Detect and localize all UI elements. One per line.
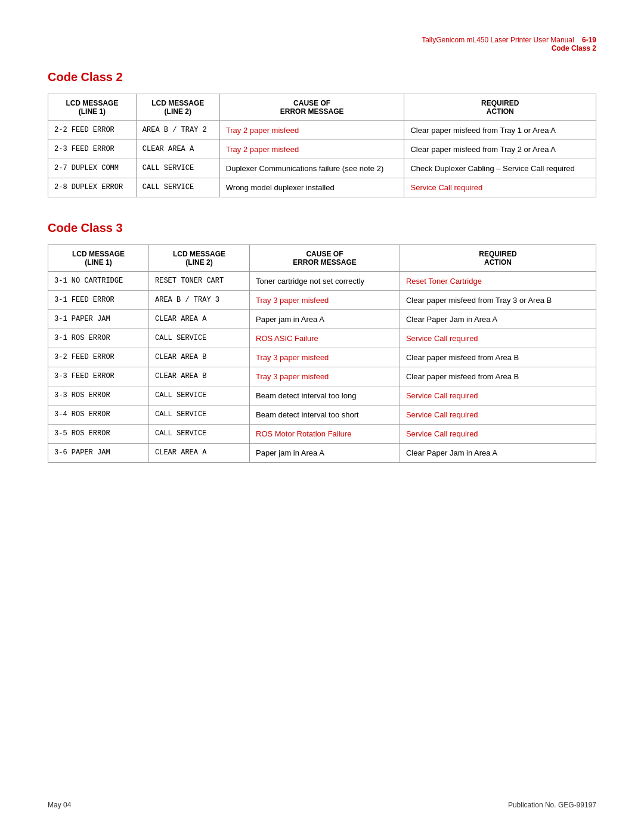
cause-cell: Beam detect interval too short (250, 405, 400, 425)
cause-cell: Beam detect interval too long (250, 386, 400, 405)
lcd1-cell: 3-6 PAPER JAM (48, 444, 149, 463)
action-cell: Clear paper misfeed from Tray 3 or Area … (400, 291, 596, 310)
lcd2-cell: CALL SERVICE (149, 386, 250, 405)
action-cell: Service Call required (400, 425, 596, 444)
cause-cell: Tray 3 paper misfeed (250, 348, 400, 367)
lcd1-cell: 3-3 FEED ERROR (48, 367, 149, 386)
table-row: 3-1 ROS ERROR CALL SERVICE ROS ASIC Fail… (48, 329, 596, 348)
cause-cell: Toner cartridge not set correctly (250, 272, 400, 291)
action-cell: Clear paper misfeed from Area B (400, 367, 596, 386)
lcd2-cell: CLEAR AREA B (149, 367, 250, 386)
cause-cell: ROS ASIC Failure (250, 329, 400, 348)
code-class-3-table: LCD MESSAGE(LINE 1) LCD MESSAGE(LINE 2) … (48, 244, 596, 463)
cause-cell: ROS Motor Rotation Failure (250, 425, 400, 444)
action-cell: Clear Paper Jam in Area A (400, 310, 596, 329)
page-container: TallyGenicom mL450 Laser Printer User Ma… (0, 0, 644, 522)
code-class-3-title: Code Class 3 (48, 221, 596, 235)
action-cell: Service Call required (400, 329, 596, 348)
cause-cell: Tray 2 paper misfeed (219, 140, 404, 159)
col-lcd1-header: LCD MESSAGE(LINE 1) (48, 245, 149, 272)
col-cause-header: CAUSE OFERROR MESSAGE (219, 94, 404, 121)
table-header-row: LCD MESSAGE(LINE 1) LCD MESSAGE(LINE 2) … (48, 245, 596, 272)
cause-cell: Wrong model duplexer installed (219, 178, 404, 197)
footer-left: May 04 (48, 801, 71, 809)
action-cell: Service Call required (400, 386, 596, 405)
lcd2-cell: AREA B / TRAY 2 (136, 121, 219, 140)
section-ref: Code Class 2 (552, 44, 596, 52)
lcd1-cell: 3-1 PAPER JAM (48, 310, 149, 329)
table-header-row: LCD MESSAGE(LINE 1) LCD MESSAGE(LINE 2) … (48, 94, 596, 121)
col-lcd2-header: LCD MESSAGE(LINE 2) (149, 245, 250, 272)
lcd2-cell: CLEAR AREA B (149, 348, 250, 367)
lcd2-cell: AREA B / TRAY 3 (149, 291, 250, 310)
footer-right: Publication No. GEG-99197 (508, 801, 596, 809)
table-row: 3-2 FEED ERROR CLEAR AREA B Tray 3 paper… (48, 348, 596, 367)
lcd2-cell: CLEAR AREA A (149, 310, 250, 329)
lcd1-cell: 3-1 NO CARTRIDGE (48, 272, 149, 291)
lcd1-cell: 3-5 ROS ERROR (48, 425, 149, 444)
col-cause-header: CAUSE OFERROR MESSAGE (250, 245, 400, 272)
table-row: 2-8 DUPLEX ERROR CALL SERVICE Wrong mode… (48, 178, 596, 197)
lcd2-cell: CALL SERVICE (149, 329, 250, 348)
cause-cell: Tray 3 paper misfeed (250, 291, 400, 310)
action-cell: Service Call required (400, 405, 596, 425)
table-row: 3-3 ROS ERROR CALL SERVICE Beam detect i… (48, 386, 596, 405)
lcd2-cell: CLEAR AREA A (149, 444, 250, 463)
col-action-header: REQUIREDACTION (404, 94, 596, 121)
col-action-header: REQUIREDACTION (400, 245, 596, 272)
lcd1-cell: 3-3 ROS ERROR (48, 386, 149, 405)
lcd2-cell: CALL SERVICE (149, 405, 250, 425)
code-class-2-section: Code Class 2 LCD MESSAGE(LINE 1) LCD MES… (48, 70, 596, 197)
lcd1-cell: 2-3 FEED ERROR (48, 140, 137, 159)
cause-cell: Paper jam in Area A (250, 444, 400, 463)
lcd1-cell: 2-8 DUPLEX ERROR (48, 178, 137, 197)
table-row: 3-5 ROS ERROR CALL SERVICE ROS Motor Rot… (48, 425, 596, 444)
lcd1-cell: 3-2 FEED ERROR (48, 348, 149, 367)
page-footer: May 04 Publication No. GEG-99197 (48, 801, 596, 809)
lcd2-cell: CALL SERVICE (136, 178, 219, 197)
action-cell: Service Call required (404, 178, 596, 197)
page-number: 6-19 (582, 36, 596, 44)
lcd1-cell: 3-1 FEED ERROR (48, 291, 149, 310)
action-cell: Clear paper misfeed from Tray 1 or Area … (404, 121, 596, 140)
lcd1-cell: 3-1 ROS ERROR (48, 329, 149, 348)
col-lcd1-header: LCD MESSAGE(LINE 1) (48, 94, 137, 121)
table-row: 2-7 DUPLEX COMM CALL SERVICE Duplexer Co… (48, 159, 596, 178)
page-header: TallyGenicom mL450 Laser Printer User Ma… (48, 36, 596, 52)
table-row: 3-3 FEED ERROR CLEAR AREA B Tray 3 paper… (48, 367, 596, 386)
table-row: 3-4 ROS ERROR CALL SERVICE Beam detect i… (48, 405, 596, 425)
action-cell: Reset Toner Cartridge (400, 272, 596, 291)
action-cell: Clear Paper Jam in Area A (400, 444, 596, 463)
cause-cell: Tray 2 paper misfeed (219, 121, 404, 140)
col-lcd2-header: LCD MESSAGE(LINE 2) (136, 94, 219, 121)
code-class-2-table: LCD MESSAGE(LINE 1) LCD MESSAGE(LINE 2) … (48, 94, 596, 197)
lcd1-cell: 2-7 DUPLEX COMM (48, 159, 137, 178)
lcd2-cell: CALL SERVICE (136, 159, 219, 178)
lcd1-cell: 3-4 ROS ERROR (48, 405, 149, 425)
action-cell: Clear paper misfeed from Tray 2 or Area … (404, 140, 596, 159)
table-row: 2-3 FEED ERROR CLEAR AREA A Tray 2 paper… (48, 140, 596, 159)
lcd2-cell: CLEAR AREA A (136, 140, 219, 159)
lcd2-cell: CALL SERVICE (149, 425, 250, 444)
table-row: 3-1 FEED ERROR AREA B / TRAY 3 Tray 3 pa… (48, 291, 596, 310)
manual-title: TallyGenicom mL450 Laser Printer User Ma… (422, 36, 574, 44)
cause-cell: Duplexer Communications failure (see not… (219, 159, 404, 178)
table-row: 3-6 PAPER JAM CLEAR AREA A Paper jam in … (48, 444, 596, 463)
lcd2-cell: RESET TONER CART (149, 272, 250, 291)
lcd1-cell: 2-2 FEED ERROR (48, 121, 137, 140)
cause-cell: Tray 3 paper misfeed (250, 367, 400, 386)
code-class-3-section: Code Class 3 LCD MESSAGE(LINE 1) LCD MES… (48, 221, 596, 463)
cause-cell: Paper jam in Area A (250, 310, 400, 329)
table-row: 2-2 FEED ERROR AREA B / TRAY 2 Tray 2 pa… (48, 121, 596, 140)
action-cell: Check Duplexer Cabling – Service Call re… (404, 159, 596, 178)
code-class-2-title: Code Class 2 (48, 70, 596, 84)
table-row: 3-1 NO CARTRIDGE RESET TONER CART Toner … (48, 272, 596, 291)
action-cell: Clear paper misfeed from Area B (400, 348, 596, 367)
table-row: 3-1 PAPER JAM CLEAR AREA A Paper jam in … (48, 310, 596, 329)
